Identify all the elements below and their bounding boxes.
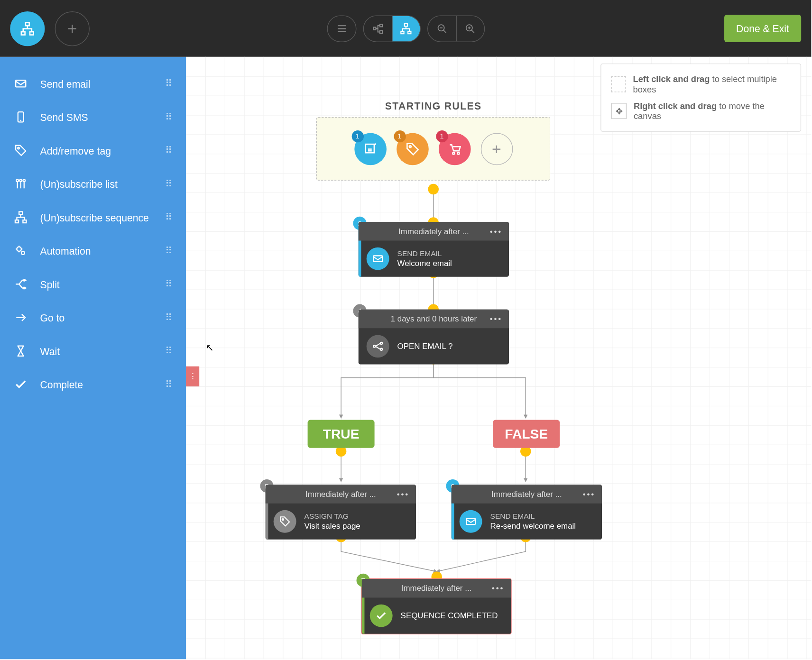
split-icon — [13, 277, 28, 291]
check-icon — [13, 378, 28, 391]
svg-point-16 — [23, 179, 25, 182]
grip-icon[interactable]: ⠿ — [165, 211, 173, 223]
check-icon — [370, 605, 393, 627]
node-assign-tag[interactable]: 5 Immediately after ...••• ASSIGN TAGVis… — [266, 485, 416, 540]
grip-icon[interactable]: ⠿ — [165, 245, 173, 257]
grip-icon[interactable]: ⠿ — [165, 378, 173, 390]
sidebar-item-send-email[interactable]: Send email⠿ — [0, 67, 186, 101]
sidebar-item-label: Send email — [40, 78, 166, 89]
tag-icon — [274, 510, 296, 533]
svg-point-20 — [17, 247, 21, 251]
tree-horizontal-button[interactable] — [363, 16, 391, 41]
grip-icon[interactable]: ⠿ — [165, 111, 173, 123]
node-header-text: Immediately after ... — [398, 227, 469, 236]
sidebar-item-label: Add/remove tag — [40, 145, 166, 156]
sidebar-item-label: Go to — [40, 312, 166, 323]
sidebar-item-complete[interactable]: Complete⠿ — [0, 368, 186, 402]
sidebar-item-tag[interactable]: Add/remove tag⠿ — [0, 134, 186, 167]
view-list-pill — [327, 15, 356, 42]
split-icon — [367, 335, 389, 358]
add-button[interactable] — [55, 11, 90, 46]
sitemap-button[interactable] — [10, 11, 45, 46]
node-complete[interactable]: 7 Immediately after ...••• SEQUENCE COMP… — [361, 578, 511, 634]
svg-rect-6 — [405, 23, 407, 26]
rule-form[interactable]: 1 — [354, 133, 387, 165]
grip-icon[interactable]: ⠿ — [165, 312, 173, 323]
node-title: SEQUENCE COMPLETED — [401, 611, 498, 621]
grip-icon[interactable]: ⠿ — [165, 145, 173, 156]
node-header-text: Immediately after ... — [491, 489, 562, 499]
starting-rules-title: STARTING RULES — [316, 101, 550, 112]
node-send-email[interactable]: 3 Immediately after ...••• SEND EMAILWel… — [359, 222, 509, 277]
sidebar-item-label: Send SMS — [40, 111, 166, 123]
svg-rect-0 — [26, 22, 29, 25]
rule-tag[interactable]: 1 — [396, 133, 428, 165]
node-header: Immediately after ...••• — [266, 485, 416, 503]
rule-cart[interactable]: 1 — [438, 133, 471, 165]
node-title: Visit sales page — [304, 522, 360, 531]
node-menu-icon[interactable]: ••• — [583, 489, 595, 499]
node-resend-email[interactable]: 6 Immediately after ...••• SEND EMAILRe-… — [452, 485, 602, 540]
connector-dot[interactable] — [428, 184, 439, 195]
node-menu-icon[interactable]: ••• — [490, 227, 502, 236]
email-icon — [13, 77, 28, 90]
sms-icon — [13, 110, 28, 124]
node-menu-icon[interactable]: ••• — [397, 489, 409, 499]
view-mode-pill — [363, 15, 420, 42]
sidebar-item-goto[interactable]: Go to⠿ — [0, 301, 186, 335]
svg-point-28 — [380, 342, 382, 344]
svg-point-14 — [16, 179, 18, 182]
list-icon — [13, 177, 28, 191]
done-exit-button[interactable]: Done & Exit — [724, 15, 801, 42]
panel-toggle[interactable]: ⋮ — [186, 367, 199, 386]
svg-rect-5 — [379, 30, 382, 33]
svg-rect-26 — [373, 256, 382, 262]
zoom-in-button[interactable] — [456, 16, 484, 41]
node-menu-icon[interactable]: ••• — [490, 314, 502, 324]
email-icon — [367, 248, 389, 270]
rule-add[interactable]: + — [480, 133, 513, 165]
svg-rect-31 — [466, 518, 475, 524]
svg-rect-8 — [408, 31, 411, 33]
node-header-text: 1 days and 0 hours later — [391, 314, 477, 324]
canvas[interactable]: ⋮ ↖ Left click and drag to select multip… — [186, 57, 811, 659]
svg-point-15 — [19, 179, 22, 182]
node-title: OPEN EMAIL ? — [397, 342, 453, 351]
zoom-out-button[interactable] — [428, 16, 456, 41]
grip-icon[interactable]: ⠿ — [165, 178, 173, 190]
list-view-button[interactable] — [327, 16, 355, 41]
node-subtitle: SEND EMAIL — [397, 249, 452, 257]
svg-rect-2 — [30, 31, 34, 34]
node-header: Immediately after ...••• — [452, 485, 602, 503]
grip-icon[interactable]: ⠿ — [165, 278, 173, 290]
sidebar-item-subscribe-list[interactable]: (Un)subscribe list⠿ — [0, 167, 186, 201]
sidebar-item-subscribe-sequence[interactable]: (Un)subscribe sequence⠿ — [0, 201, 186, 234]
split-true-label: TRUE — [308, 420, 375, 448]
node-subtitle: ASSIGN TAG — [304, 512, 360, 520]
tree-vertical-button[interactable] — [392, 16, 420, 41]
node-header-text: Immediately after ... — [305, 489, 376, 499]
node-split[interactable]: 4 1 days and 0 hours later••• OPEN EMAIL… — [359, 310, 509, 365]
sidebar-item-label: Wait — [40, 345, 166, 357]
sidebar-item-split[interactable]: Split⠿ — [0, 267, 186, 301]
node-menu-icon[interactable]: ••• — [492, 584, 504, 593]
sequence-icon — [13, 211, 28, 224]
sidebar: Send email⠿ Send SMS⠿ Add/remove tag⠿ (U… — [0, 57, 186, 659]
sidebar-item-automation[interactable]: Automation⠿ — [0, 234, 186, 268]
svg-rect-1 — [21, 31, 25, 34]
sidebar-item-send-sms[interactable]: Send SMS⠿ — [0, 101, 186, 134]
grip-icon[interactable]: ⠿ — [165, 78, 173, 90]
sidebar-item-label: Automation — [40, 245, 166, 257]
zoom-pill — [427, 15, 484, 42]
grip-icon[interactable]: ⠿ — [165, 345, 173, 357]
sidebar-item-wait[interactable]: Wait⠿ — [0, 334, 186, 368]
node-title: Welcome email — [397, 259, 452, 268]
starting-rules-box[interactable]: 1 1 1 + — [316, 117, 550, 181]
node-subtitle: SEND EMAIL — [490, 512, 576, 520]
svg-rect-3 — [373, 27, 375, 29]
hint-box: Left click and drag to select multiple b… — [600, 64, 801, 132]
hourglass-icon — [13, 344, 28, 358]
topbar: Done & Exit — [0, 0, 811, 57]
svg-rect-11 — [16, 80, 26, 87]
gear-icon — [13, 244, 28, 257]
